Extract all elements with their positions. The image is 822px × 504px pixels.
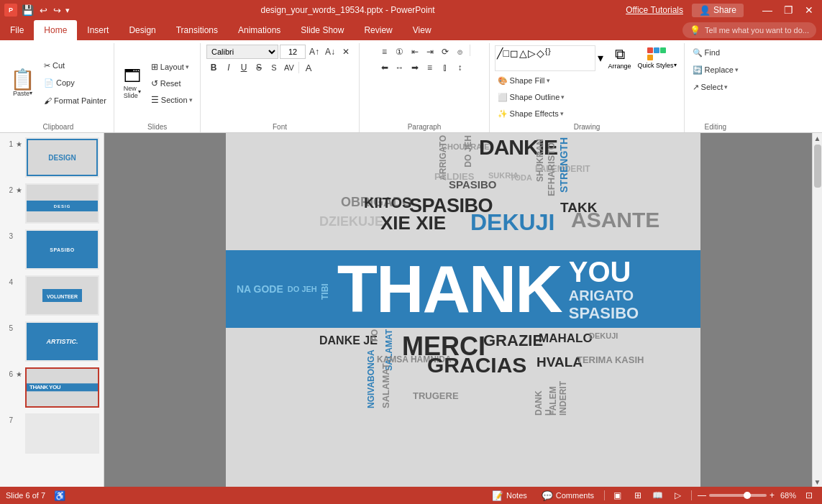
office-tutorials-link[interactable]: Office Tutorials — [626, 5, 683, 15]
align-right-btn[interactable]: ➡ — [408, 60, 422, 75]
arrange-btn[interactable]: ⧉ Arrange — [606, 45, 634, 71]
new-slide-btn[interactable]: 🗔 NewSlide▾ — [119, 66, 145, 101]
shape-outline-btn[interactable]: ⬜ Shape Outline ▾ — [495, 89, 568, 105]
editing-group: 🔍 Find 🔄 Replace ▾ ↗ Select ▾ Editing — [685, 43, 746, 132]
shape-effects-btn[interactable]: ✨ Shape Effects ▾ — [495, 106, 568, 122]
share-btn[interactable]: 👤 Share — [692, 4, 744, 17]
font-color-btn[interactable]: A — [301, 60, 316, 75]
accessibility-icon[interactable]: ♿ — [54, 490, 65, 501]
menu-home[interactable]: Home — [34, 20, 77, 40]
fit-to-window-btn[interactable]: ⊡ — [802, 488, 816, 503]
quick-styles-btn[interactable]: Quick Styles▾ — [635, 46, 680, 70]
menu-file[interactable]: File — [0, 20, 34, 40]
font-group: Calibri A↑ A↓ ✕ B I U S S AV A — [201, 43, 360, 132]
shapes-expand-btn[interactable]: ▾ — [596, 50, 605, 66]
text-shadow-btn[interactable]: S — [267, 60, 281, 75]
slides-label: Slides — [119, 123, 196, 131]
section-btn[interactable]: ☰ Section ▾ — [148, 92, 196, 108]
save-btn[interactable]: 💾 — [20, 4, 35, 16]
align-justify-btn[interactable]: ≡ — [423, 60, 437, 75]
menu-design[interactable]: Design — [119, 20, 165, 40]
menu-review[interactable]: Review — [354, 20, 402, 40]
view-reading-btn[interactable]: 📖 — [651, 488, 665, 503]
drawing-group: ╱□◻ △▷◇ {} ▾ ⧉ Arrange — [490, 43, 685, 132]
copy-btn[interactable]: 📄 Copy — [41, 75, 109, 91]
replace-btn[interactable]: 🔄 Replace ▾ — [690, 62, 741, 78]
bold-btn[interactable]: B — [206, 60, 221, 75]
shape-fill-btn[interactable]: 🎨 Shape Fill ▾ — [495, 73, 568, 88]
status-bar: Slide 6 of 7 ♿ 📝 Notes 💬 Comments ▣ ⊞ 📖 … — [0, 487, 822, 504]
menu-transitions[interactable]: Transitions — [166, 20, 228, 40]
layout-btn[interactable]: ⊞ Layout ▾ — [148, 59, 196, 75]
slide-thumb-4[interactable]: 4 ★ VOLUNTEER — [3, 274, 101, 317]
menu-animations[interactable]: Animations — [228, 20, 291, 40]
cut-btn[interactable]: ✂ Cut — [41, 58, 109, 74]
spasibo-word: SPASIBO — [569, 304, 639, 323]
canvas-area: CHOUKRAIE DO JEH ARRIGATO DANKIE SHUKRAN… — [104, 133, 822, 487]
font-size-input[interactable] — [280, 45, 306, 59]
slide-thumb-3[interactable]: 3 ★ SPASIBO — [3, 228, 101, 271]
win-close-btn[interactable]: ✕ — [800, 4, 818, 16]
increase-font-btn[interactable]: A↑ — [307, 45, 321, 59]
reset-btn[interactable]: ↺ Reset — [148, 75, 196, 91]
view-slideshow-btn[interactable]: ▷ — [671, 488, 685, 503]
scroll-thumb[interactable] — [814, 145, 821, 188]
app-icon: P — [4, 4, 17, 17]
decrease-font-btn[interactable]: A↓ — [323, 45, 337, 59]
slide-thumb-6[interactable]: 6 ★ THANK YOU — [3, 366, 101, 409]
format-painter-btn[interactable]: 🖌 Format Painter — [41, 93, 109, 109]
win-minimize-btn[interactable]: — — [758, 4, 777, 16]
paragraph-group: ≡ ① ⇤ ⇥ ⟳ ⌾ ⬅ ↔ ➡ ≡ ⫿ ↕ Paragraph — [360, 43, 490, 132]
scroll-down-btn[interactable]: ▼ — [813, 477, 823, 487]
shapes-gallery[interactable]: ╱□◻ △▷◇ {} — [495, 45, 595, 71]
font-label: Font — [206, 123, 355, 131]
paste-btn[interactable]: 📋 Paste▾ — [7, 68, 38, 98]
slide-thumb-7[interactable]: 7 ★ — [3, 412, 101, 455]
slide-info: Slide 6 of 7 — [6, 491, 45, 500]
font-family-select[interactable]: Calibri — [206, 45, 278, 59]
view-normal-btn[interactable]: ▣ — [611, 488, 625, 503]
do-jeh: DO JEH — [288, 285, 317, 293]
notes-btn[interactable]: 📝 Notes — [488, 489, 531, 503]
undo-btn[interactable]: ↩ — [38, 5, 49, 16]
line-spacing-btn[interactable]: ↕ — [453, 60, 467, 75]
char-space-btn[interactable]: AV — [282, 60, 296, 75]
scroll-up-btn[interactable]: ▲ — [813, 133, 823, 143]
numbering-btn[interactable]: ① — [393, 45, 407, 59]
menu-view[interactable]: View — [403, 20, 442, 40]
win-restore-btn[interactable]: ❐ — [780, 4, 798, 16]
select-btn[interactable]: ↗ Select ▾ — [690, 79, 731, 95]
align-center-btn[interactable]: ↔ — [393, 60, 407, 75]
align-left-btn[interactable]: ⬅ — [378, 60, 392, 75]
strikethrough-btn[interactable]: S — [252, 60, 266, 75]
paragraph-label: Paragraph — [365, 123, 485, 131]
tibi-vert: TIBI — [320, 278, 330, 300]
comments-btn[interactable]: 💬 Comments — [537, 489, 598, 503]
indent-increase-btn[interactable]: ⇥ — [423, 45, 437, 59]
you-word: YOU — [569, 256, 639, 288]
customize-btn[interactable]: ▾ — [65, 6, 70, 15]
indent-decrease-btn[interactable]: ⇤ — [408, 45, 422, 59]
scroll-track[interactable] — [813, 143, 822, 477]
view-slide-sorter-btn[interactable]: ⊞ — [631, 488, 645, 503]
tell-me-input[interactable]: 💡 Tell me what you want to do... — [682, 22, 816, 38]
slide-thumb-1[interactable]: 1 ★ DESIGN — [3, 136, 101, 179]
slide-thumb-5[interactable]: 5 ★ ARTISTIC. — [3, 320, 101, 363]
zoom-percent[interactable]: 68% — [780, 491, 796, 500]
menu-slideshow[interactable]: Slide Show — [291, 20, 354, 40]
zoom-control[interactable]: — + — [698, 490, 775, 500]
italic-btn[interactable]: I — [222, 60, 236, 75]
slide-canvas[interactable]: CHOUKRAIE DO JEH ARRIGATO DANKIE SHUKRAN… — [226, 133, 700, 487]
find-btn[interactable]: 🔍 Find — [690, 45, 723, 60]
bullets-btn[interactable]: ≡ — [378, 45, 392, 59]
tell-me-label: Tell me what you want to do... — [705, 26, 809, 35]
clipboard-label: Clipboard — [7, 123, 109, 131]
cols-btn[interactable]: ⫿ — [438, 60, 452, 75]
text-direction-btn[interactable]: ⟳ — [438, 45, 452, 59]
smartart-btn[interactable]: ⌾ — [453, 45, 467, 59]
menu-insert[interactable]: Insert — [77, 20, 119, 40]
slide-thumb-2[interactable]: 2 ★ DESIG — [3, 182, 101, 225]
underline-btn[interactable]: U — [237, 60, 251, 75]
clear-format-btn[interactable]: ✕ — [339, 45, 353, 59]
redo-btn[interactable]: ↪ — [52, 5, 63, 16]
